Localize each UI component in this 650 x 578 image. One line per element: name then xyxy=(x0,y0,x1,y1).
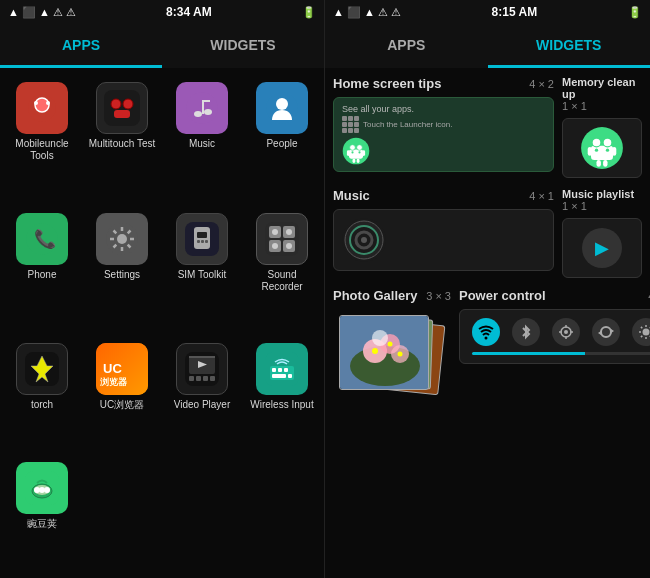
app-settings[interactable]: Settings xyxy=(84,207,160,334)
home-tips-title: Home screen tips xyxy=(333,76,441,91)
svg-point-62 xyxy=(350,145,356,151)
torch-icon xyxy=(16,343,68,395)
phone-icon: 📞 xyxy=(16,213,68,265)
home-tips-header: Home screen tips 4 × 2 xyxy=(333,76,554,91)
svg-rect-52 xyxy=(272,374,286,378)
svg-rect-44 xyxy=(196,376,201,381)
left-time: 8:34 AM xyxy=(166,5,212,19)
svg-point-84 xyxy=(361,237,367,243)
gps-toggle-icon[interactable] xyxy=(552,318,580,346)
music-icon xyxy=(176,82,228,134)
svg-rect-41 xyxy=(189,356,215,358)
svg-rect-75 xyxy=(612,147,616,156)
r-battery-icon: 🔋 xyxy=(628,6,642,19)
music-widget-container: Music 4 × 1 xyxy=(333,188,554,278)
video-player-icon xyxy=(176,343,228,395)
wandoujia-icon xyxy=(16,462,68,514)
app-uc-browser[interactable]: UC浏览器 UC浏览器 xyxy=(84,337,160,452)
memory-clean-container: Memory clean up 1 × 1 xyxy=(562,76,642,178)
playlist-size: 1 × 1 xyxy=(562,200,587,212)
app-sim-toolkit[interactable]: SIM Toolkit xyxy=(164,207,240,334)
svg-rect-12 xyxy=(202,100,210,102)
power-header: Power control 4 × 1 xyxy=(459,288,650,303)
music-widget[interactable] xyxy=(333,209,554,271)
app-video-player[interactable]: Video Player xyxy=(164,337,240,452)
svg-point-30 xyxy=(272,229,278,235)
music-widget-title: Music xyxy=(333,188,370,203)
svg-rect-7 xyxy=(114,110,130,118)
left-panel: ▲ ⬛ ▲ ⚠ ⚠ 8:34 AM 🔋 APPS WIDGETS Mobileu… xyxy=(0,0,325,578)
home-tips-size: 4 × 2 xyxy=(529,78,554,90)
gallery-widget[interactable] xyxy=(333,309,451,407)
app-phone[interactable]: 📞 Phone xyxy=(4,207,80,334)
svg-rect-64 xyxy=(347,150,350,156)
memory-clean-widget[interactable] xyxy=(562,118,642,178)
music-disc-icon xyxy=(342,218,386,262)
svg-text:浏览器: 浏览器 xyxy=(100,377,128,387)
svg-rect-45 xyxy=(203,376,208,381)
app-wireless-input[interactable]: Wireless Input xyxy=(244,337,320,452)
wireless-input-icon xyxy=(256,343,308,395)
memory-clean-header: Memory clean up 1 × 1 xyxy=(562,76,642,112)
right-status-icons: ▲ ⬛ ▲ ⚠ ⚠ xyxy=(333,6,401,19)
torch-label: torch xyxy=(31,399,53,411)
tips-row: Touch the Launcher icon. xyxy=(342,116,545,133)
settings-icon xyxy=(96,213,148,265)
launcher-grid-icon xyxy=(342,116,359,133)
svg-point-63 xyxy=(357,145,363,151)
app-mobileuncle[interactable]: Mobileuncle Tools xyxy=(4,76,80,203)
multitouch-icon xyxy=(96,82,148,134)
widgets-content: Home screen tips 4 × 2 See all your apps… xyxy=(325,68,650,578)
sync-toggle-icon[interactable] xyxy=(592,318,620,346)
svg-rect-74 xyxy=(588,147,592,156)
playlist-widget[interactable]: ▶ xyxy=(562,218,642,278)
right-time: 8:15 AM xyxy=(492,5,538,19)
app-wandoujia[interactable]: 豌豆荚 xyxy=(4,456,80,571)
app-music[interactable]: Music xyxy=(164,76,240,203)
tab-apps-right[interactable]: APPS xyxy=(325,24,488,68)
power-control-container: Power control 4 × 1 xyxy=(459,288,650,364)
widget-row-2: Music 4 × 1 xyxy=(333,188,642,278)
app-people[interactable]: People xyxy=(244,76,320,203)
svg-text:UC: UC xyxy=(103,361,122,376)
gallery-size: 3 × 3 xyxy=(426,290,451,302)
left-right-icons: 🔋 xyxy=(302,6,316,19)
home-tips-widget[interactable]: See all your apps. Touch the Launcher ic… xyxy=(333,97,554,172)
tab-apps-left[interactable]: APPS xyxy=(0,24,162,68)
gallery-img-1 xyxy=(339,315,429,390)
svg-rect-49 xyxy=(272,368,276,372)
bt-icon: ⬛ xyxy=(22,6,36,19)
mobileuncle-label: Mobileuncle Tools xyxy=(6,138,78,162)
app-torch[interactable]: torch xyxy=(4,337,80,452)
svg-rect-24 xyxy=(205,240,208,243)
gallery-header: Photo Gallery 3 × 3 xyxy=(333,288,451,303)
brightness-toggle-icon[interactable] xyxy=(632,318,650,346)
svg-point-72 xyxy=(592,138,601,147)
app-sound-recorder[interactable]: Sound Recorder xyxy=(244,207,320,334)
tips-android-row xyxy=(342,137,545,165)
bluetooth-toggle-icon[interactable] xyxy=(512,318,540,346)
people-label: People xyxy=(266,138,297,150)
tab-widgets-left[interactable]: WIDGETS xyxy=(162,24,324,68)
app-multitouch[interactable]: Multitouch Test xyxy=(84,76,160,203)
svg-point-92 xyxy=(372,330,388,346)
left-tabs: APPS WIDGETS xyxy=(0,24,324,68)
android-robot-icon xyxy=(580,126,624,170)
wifi-toggle-icon[interactable] xyxy=(472,318,500,346)
r-bt-icon: ⬛ xyxy=(347,6,361,19)
svg-point-69 xyxy=(358,151,360,153)
svg-point-95 xyxy=(398,352,403,357)
svg-point-33 xyxy=(286,243,292,249)
photo-gallery-container: Photo Gallery 3 × 3 xyxy=(333,288,451,407)
svg-point-105 xyxy=(643,329,650,336)
tab-widgets-right[interactable]: WIDGETS xyxy=(488,24,651,68)
svg-point-3 xyxy=(46,101,50,105)
signal-icon: ▲ xyxy=(8,6,19,18)
svg-point-98 xyxy=(564,330,568,334)
memory-clean-size: 1 × 1 xyxy=(562,100,587,112)
music-widget-size: 4 × 1 xyxy=(529,190,554,202)
svg-rect-66 xyxy=(353,159,356,163)
power-widget[interactable] xyxy=(459,309,650,364)
svg-point-79 xyxy=(606,149,609,152)
brightness-slider[interactable] xyxy=(472,352,650,355)
